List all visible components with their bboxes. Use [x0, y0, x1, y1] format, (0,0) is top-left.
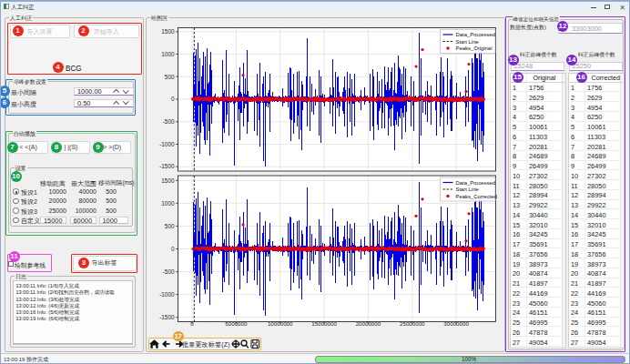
svg-text:Data_Processed: Data_Processed — [456, 32, 496, 37]
svg-text:500: 500 — [165, 74, 175, 80]
svg-text:Data_Processed: Data_Processed — [456, 180, 496, 186]
svg-text:-500: -500 — [163, 268, 175, 275]
svg-text:-500: -500 — [163, 118, 175, 125]
svg-text:Start Line: Start Line — [456, 39, 480, 45]
svg-text:Peaks_Corrected: Peaks_Corrected — [456, 194, 498, 199]
svg-text:0: 0 — [171, 246, 175, 252]
svg-text:1000: 1000 — [161, 200, 175, 207]
svg-text:-1000: -1000 — [159, 141, 175, 147]
svg-text:Peaks_Original: Peaks_Original — [456, 46, 493, 51]
svg-text:1500: 1500 — [161, 28, 175, 35]
svg-text:-1000: -1000 — [159, 291, 175, 298]
svg-text:1000: 1000 — [161, 51, 175, 57]
svg-text:500: 500 — [165, 223, 175, 229]
svg-text:0: 0 — [171, 96, 175, 102]
svg-text:Start Line: Start Line — [456, 187, 480, 192]
svg-text:-1500: -1500 — [159, 314, 175, 320]
svg-text:-1500: -1500 — [159, 163, 175, 169]
svg-text:1500: 1500 — [161, 177, 175, 184]
